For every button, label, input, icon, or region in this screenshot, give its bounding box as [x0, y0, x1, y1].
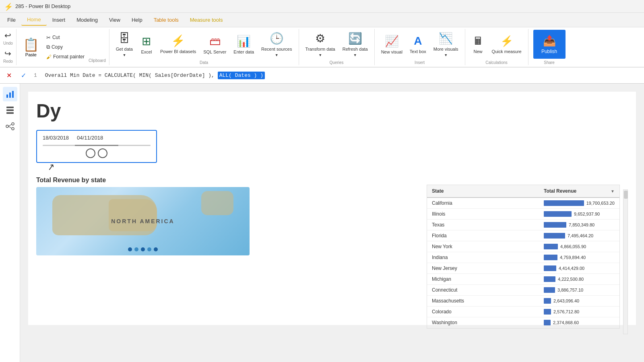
- formula-expression: Overall Min Date = CALCULATE( MIN( Sales…: [45, 72, 215, 78]
- cell-bar: 4,759,894.40: [539, 253, 619, 262]
- recent-sources-button[interactable]: 🕒 Recent sources ▼: [258, 30, 295, 59]
- undo-button[interactable]: ↩ Undo: [3, 31, 13, 45]
- cell-state: Texas: [427, 220, 539, 230]
- cell-state: Massachusetts: [427, 296, 539, 306]
- share-label: Share: [544, 60, 555, 65]
- data-table-container: State Total Revenue ▼ California 19,700,…: [435, 177, 628, 255]
- app-icon: ⚡: [4, 2, 12, 10]
- col-header-state[interactable]: State: [427, 185, 539, 197]
- svg-rect-5: [6, 112, 14, 114]
- map-visual[interactable]: NORTH AMERICA: [36, 187, 250, 255]
- cell-state: Washington: [427, 317, 539, 328]
- redo-button[interactable]: ↪ Redo: [3, 49, 13, 64]
- cell-state: Colorado: [427, 306, 539, 317]
- map-dot-2: [134, 247, 138, 251]
- cell-value: 4,414,429.00: [559, 266, 584, 271]
- format-painter-button[interactable]: 🖌 Format painter: [44, 52, 87, 61]
- menu-modeling[interactable]: Modeling: [71, 14, 103, 25]
- quick-measure-button[interactable]: ⚡ Quick measure: [489, 30, 525, 59]
- cell-value: 19,700,653.20: [586, 201, 615, 206]
- clipboard-label: Clipboard: [89, 58, 106, 64]
- new-visual-button[interactable]: 📈 New visual: [378, 30, 406, 59]
- svg-point-8: [12, 128, 14, 130]
- cell-value: 2,643,096.40: [553, 298, 579, 303]
- table-row: Illinois 9,652,937.90: [427, 209, 619, 220]
- menu-home[interactable]: Home: [21, 14, 47, 26]
- bar-visual: [544, 287, 555, 293]
- cell-value: 2,576,712.80: [553, 309, 579, 314]
- bar-visual: [544, 276, 555, 282]
- table-row: Connecticut 3,886,757.10: [427, 285, 619, 296]
- sidebar-data[interactable]: [3, 103, 17, 117]
- data-table: State Total Revenue ▼ California 19,700,…: [427, 185, 620, 329]
- menu-view[interactable]: View: [103, 14, 126, 25]
- menu-measure-tools[interactable]: Measure tools: [184, 14, 229, 25]
- bottom-row: Total Revenue by state NORTH AMERICA: [36, 177, 628, 255]
- insert-label: Insert: [415, 60, 425, 65]
- start-date: 18/03/2018: [43, 135, 69, 141]
- transform-data-button[interactable]: ⚙ Transform data ▼: [302, 30, 339, 59]
- cell-bar: 2,643,096.40: [539, 296, 619, 305]
- cell-bar: 7,495,464.20: [539, 231, 619, 240]
- paste-button[interactable]: 📋 Paste: [20, 31, 42, 64]
- window-title: 285 - Power BI Desktop: [15, 3, 70, 9]
- table-row: California 19,700,653.20: [427, 198, 619, 209]
- menu-table-tools[interactable]: Table tools: [148, 14, 184, 25]
- clipboard-group: 📋 Paste ✂ Cut ⧉ Copy 🖌 Format painter Cl…: [17, 29, 109, 65]
- slider-track: [43, 145, 151, 146]
- bar-visual: [544, 265, 556, 271]
- cut-button[interactable]: ✂ Cut: [44, 33, 87, 42]
- enter-data-button[interactable]: 📊 Enter data: [230, 30, 257, 59]
- excel-button[interactable]: ⊞ Excel: [137, 30, 156, 59]
- map-dot-3: [141, 247, 145, 251]
- svg-point-7: [12, 123, 14, 125]
- cell-value: 4,866,055.90: [560, 244, 586, 249]
- get-data-button[interactable]: 🗄 Get data ▼: [113, 30, 136, 59]
- cell-bar: 7,850,349.80: [539, 220, 619, 229]
- copy-button[interactable]: ⧉ Copy: [44, 43, 87, 51]
- slider-handle-left[interactable]: [86, 148, 95, 158]
- date-slicer[interactable]: 18/03/2018 04/11/2018: [36, 130, 157, 163]
- publish-button[interactable]: 📤 Publish: [533, 30, 566, 59]
- menu-insert[interactable]: Insert: [47, 14, 71, 25]
- text-box-button[interactable]: A Text box: [407, 30, 429, 59]
- sql-button[interactable]: 🗃 SQL Server: [200, 30, 229, 59]
- cell-value: 9,652,937.90: [574, 212, 600, 216]
- cell-value: 4,222,500.80: [558, 277, 584, 282]
- map-land-mass-3: [201, 191, 233, 215]
- table-scrollbar[interactable]: [623, 189, 628, 334]
- formula-cancel-button[interactable]: ✕: [3, 70, 14, 81]
- new-measure-button[interactable]: 🖩 New: [469, 30, 488, 59]
- menu-help[interactable]: Help: [126, 14, 148, 25]
- svg-rect-0: [6, 95, 8, 98]
- col-header-revenue[interactable]: Total Revenue ▼: [539, 185, 619, 197]
- cell-state: Michigan: [427, 274, 539, 284]
- data-group-label: Data: [200, 60, 208, 65]
- menu-file[interactable]: File: [2, 14, 21, 25]
- more-visuals-button[interactable]: 📉 More visuals ▼: [430, 30, 462, 59]
- map-land-mass-2: [109, 199, 157, 231]
- sidebar-model[interactable]: [3, 119, 17, 134]
- report-canvas: Dy 18/03/2018 04/11/2018: [28, 92, 636, 325]
- table-row: New York 4,866,055.90: [427, 241, 619, 252]
- refresh-data-button[interactable]: 🔄 Refresh data ▼: [339, 30, 371, 59]
- table-scroll[interactable]: California 19,700,653.20 Illinois 9,652,…: [427, 198, 619, 328]
- sidebar-report[interactable]: [3, 87, 17, 101]
- bar-visual: [544, 309, 551, 315]
- table-row: Texas 7,850,349.80: [427, 220, 619, 230]
- powerbi-datasets-button[interactable]: ⚡ Power BI datasets: [157, 30, 199, 59]
- svg-rect-1: [9, 93, 11, 98]
- svg-rect-4: [6, 109, 14, 111]
- map-dot-1: [128, 247, 132, 251]
- date-row: 18/03/2018 04/11/2018: [43, 135, 151, 141]
- formula-bar: ✕ ✓ 1 Overall Min Date = CALCULATE( MIN(…: [0, 68, 644, 84]
- queries-label: Queries: [330, 60, 344, 65]
- scrollbar-thumb[interactable]: [624, 191, 628, 199]
- formula-confirm-button[interactable]: ✓: [18, 70, 29, 81]
- undo-group: ↩ Undo ↪ Redo: [0, 29, 17, 65]
- svg-line-10: [8, 126, 12, 128]
- map-dots: [128, 247, 158, 251]
- cell-state: Florida: [427, 230, 539, 241]
- svg-line-9: [8, 124, 12, 126]
- slider-handle-right[interactable]: [98, 148, 107, 158]
